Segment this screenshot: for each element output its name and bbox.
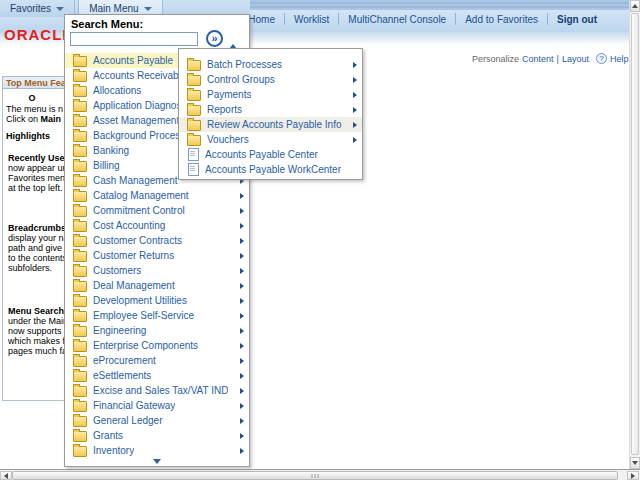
menu-item[interactable]: Deal Management <box>65 278 249 293</box>
arrow-left-icon <box>4 473 8 479</box>
menu-item-label: Accounts Receivable <box>93 70 186 81</box>
link-sign-out[interactable]: Sign out <box>548 14 606 25</box>
menu-item[interactable]: eProcurement <box>65 353 249 368</box>
submenu-item-label: Accounts Payable Center <box>205 149 318 160</box>
menu-item-label: Allocations <box>93 85 141 96</box>
vertical-scrollbar[interactable] <box>629 0 640 469</box>
folder-icon <box>73 71 87 82</box>
menu-item[interactable]: Financial Gateway <box>65 398 249 413</box>
personalize-layout-link[interactable]: Layout <box>562 54 589 64</box>
horizontal-scrollbar[interactable] <box>0 469 640 480</box>
menu-item[interactable]: Enterprise Components <box>65 338 249 353</box>
folder-icon <box>73 251 87 262</box>
menu-item[interactable]: Customer Contracts <box>65 233 249 248</box>
pagelet-recently-used-text: Recently Used now appear un Favorites me… <box>8 153 65 193</box>
folder-icon <box>187 120 201 131</box>
menu-item[interactable]: Customers <box>65 263 249 278</box>
folder-icon <box>73 206 87 217</box>
scrollbar-right-button[interactable] <box>627 471 639 480</box>
folder-icon <box>73 341 87 352</box>
submenu-arrow-icon <box>240 448 244 454</box>
menu-item[interactable]: Catalog Management <box>65 188 249 203</box>
submenu-arrow-icon <box>240 403 244 409</box>
menu-item-label: Deal Management <box>93 280 175 291</box>
search-button[interactable]: » <box>206 30 223 47</box>
peoplesoft-window: Favorites Main Menu Home Worklist MultiC… <box>0 0 640 480</box>
folder-icon <box>73 146 87 157</box>
header-gradient-strip <box>250 0 630 10</box>
submenu-item[interactable]: Batch Processes <box>179 57 362 72</box>
menu-item-label: Banking <box>93 145 129 156</box>
submenu-item-label: Accounts Payable WorkCenter <box>205 164 341 175</box>
submenu-item[interactable]: Control Groups <box>179 72 362 87</box>
menu-item[interactable]: Customer Returns <box>65 248 249 263</box>
personalize-row: Personalize Content | Layout <box>472 54 589 64</box>
folder-icon <box>73 101 87 112</box>
menu-item[interactable]: Engineering <box>65 323 249 338</box>
search-input[interactable] <box>70 32 198 46</box>
folder-icon <box>73 131 87 142</box>
link-add-to-favorites[interactable]: Add to Favorites <box>456 14 547 25</box>
search-menu-label: Search Menu: <box>71 18 143 30</box>
menu-item[interactable]: Commitment Control <box>65 203 249 218</box>
submenu-arrow-icon <box>240 343 244 349</box>
folder-icon <box>73 296 87 307</box>
folder-icon <box>73 161 87 172</box>
scrollbar-down-button[interactable] <box>630 457 640 469</box>
oracle-logo: ORACLE <box>4 26 73 43</box>
submenu-item[interactable]: Accounts Payable WorkCenter <box>179 162 362 177</box>
submenu-item[interactable]: Vouchers <box>179 132 362 147</box>
menu-item-label: Commitment Control <box>93 205 185 216</box>
menu-item-label: eSettlements <box>93 370 151 381</box>
menu-item[interactable]: Inventory <box>65 443 249 458</box>
vertical-scrollbar-thumb[interactable] <box>631 13 639 455</box>
link-worklist[interactable]: Worklist <box>285 14 338 25</box>
submenu-item[interactable]: Reports <box>179 102 362 117</box>
horizontal-scrollbar-thumb[interactable] <box>12 471 618 480</box>
menu-item-label: Asset Management <box>93 115 179 126</box>
submenu-arrow-icon <box>353 62 357 68</box>
menu-scroll-down-icon[interactable] <box>153 459 161 464</box>
page-icon <box>188 148 199 161</box>
personalize-label: Personalize <box>472 54 519 64</box>
submenu-arrow-icon <box>240 373 244 379</box>
menu-item[interactable]: Excise and Sales Tax/VAT IND <box>65 383 249 398</box>
submenu-arrow-icon <box>353 107 357 113</box>
folder-icon <box>73 236 87 247</box>
help-link[interactable]: ? Help <box>596 53 629 64</box>
pagelet-menu-search-text: Menu Search, under the Main now supports… <box>8 306 65 356</box>
menu-item-label: Development Utilities <box>93 295 187 306</box>
folder-icon <box>73 266 87 277</box>
submenu-arrow-icon <box>240 313 244 319</box>
menu-item[interactable]: Employee Self-Service <box>65 308 249 323</box>
submenu-arrow-icon <box>240 208 244 214</box>
menu-item[interactable]: Grants <box>65 428 249 443</box>
tab-main-menu-label: Main Menu <box>89 3 138 14</box>
folder-icon <box>73 191 87 202</box>
menu-item-label: General Ledger <box>93 415 163 426</box>
submenu-item-review-accounts-payable-info[interactable]: Review Accounts Payable Info <box>179 117 362 132</box>
menu-item[interactable]: eSettlements <box>65 368 249 383</box>
menu-item[interactable]: General Ledger <box>65 413 249 428</box>
submenu-arrow-icon <box>353 92 357 98</box>
scrollbar-left-button[interactable] <box>0 471 12 480</box>
scrollbar-up-button[interactable] <box>630 0 640 12</box>
menu-item[interactable]: Development Utilities <box>65 293 249 308</box>
submenu-arrow-icon <box>353 137 357 143</box>
submenu-item[interactable]: Payments <box>179 87 362 102</box>
scrollbar-grip-icon <box>312 474 319 478</box>
submenu-arrow-icon <box>240 298 244 304</box>
personalize-content-link[interactable]: Content <box>522 54 554 64</box>
menu-item-label: Cost Accounting <box>93 220 165 231</box>
folder-icon <box>73 416 87 427</box>
question-circle-icon: ? <box>596 53 607 64</box>
accounts-payable-submenu: Batch Processes Control Groups Payments … <box>178 48 363 180</box>
submenu-item-label: Vouchers <box>207 134 249 145</box>
folder-icon <box>73 221 87 232</box>
submenu-item-label: Reports <box>207 104 242 115</box>
link-multichannel-console[interactable]: MultiChannel Console <box>339 14 455 25</box>
menu-item-label: Accounts Payable <box>93 55 173 66</box>
submenu-item[interactable]: Accounts Payable Center <box>179 147 362 162</box>
folder-icon <box>187 75 201 86</box>
menu-item[interactable]: Cost Accounting <box>65 218 249 233</box>
